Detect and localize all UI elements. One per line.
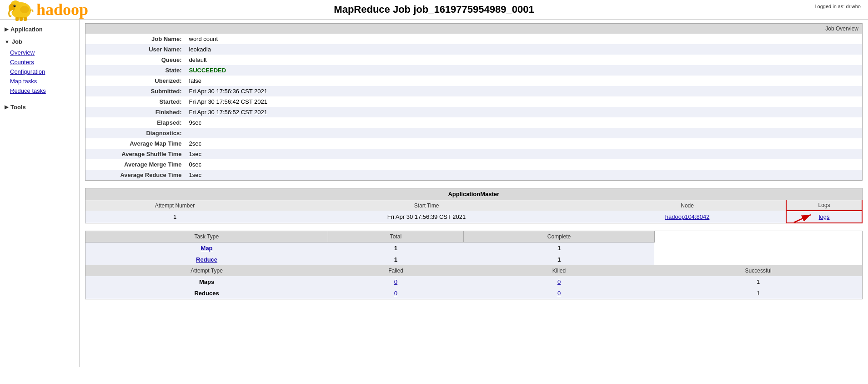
am-col-node: Node [589, 200, 786, 211]
label-finished: Finished: [85, 107, 186, 117]
sidebar-item-configuration[interactable]: Configuration [7, 67, 79, 76]
table-row: Started: Fri Apr 30 17:56:42 CST 2021 [85, 96, 863, 107]
label-avg-merge: Average Merge Time [85, 159, 186, 170]
value-avg-reduce: 1sec [186, 170, 863, 181]
label-job-name: Job Name: [85, 34, 186, 44]
attempt-maps-row: Maps 0 0 1 [85, 276, 863, 288]
task-summary-table: Task Type Total Complete Map 1 1 Reduce … [85, 231, 863, 299]
task-reduce-type: Reduce [85, 254, 328, 265]
value-elapsed: 9sec [186, 117, 863, 128]
table-row: Submitted: Fri Apr 30 17:56:36 CST 2021 [85, 86, 863, 96]
table-row: Finished: Fri Apr 30 17:56:52 CST 2021 [85, 107, 863, 117]
value-diagnostics [186, 128, 863, 138]
sidebar-application-header[interactable]: ▶ Application [0, 23, 79, 35]
attempt-reduces-row: Reduces 0 0 1 [85, 288, 863, 299]
attempt-maps-failed-link[interactable]: 0 [394, 278, 397, 285]
attempt-maps-successful: 1 [654, 276, 862, 288]
svg-rect-5 [15, 17, 19, 21]
label-diagnostics: Diagnostics: [85, 128, 186, 138]
svg-point-8 [20, 6, 29, 13]
task-total-col-header: Total [328, 231, 464, 243]
task-type-header-row: Task Type Total Complete [85, 231, 863, 243]
label-user-name: User Name: [85, 44, 186, 55]
sidebar-item-overview[interactable]: Overview [7, 48, 79, 57]
table-row: State: SUCCEEDED [85, 65, 863, 76]
am-node-link[interactable]: hadoop104:8042 [665, 213, 710, 220]
value-queue: default [186, 55, 863, 65]
am-column-headers: Attempt Number Start Time Node Logs [85, 200, 863, 211]
hadoop-logo-icon [7, 0, 35, 21]
job-overview-title: Job Overview [85, 24, 863, 34]
attempt-successful-col-header: Successful [654, 265, 862, 276]
table-row: Job Name: word count [85, 34, 863, 44]
task-reduce-link[interactable]: Reduce [196, 256, 217, 263]
task-reduce-complete: 1 [464, 254, 654, 265]
main-layout: ▶ Application ▼ Job Overview Counters Co… [0, 20, 868, 367]
am-header: ApplicationMaster [85, 188, 863, 200]
attempt-maps-type: Maps [85, 276, 328, 288]
am-logs-link[interactable]: logs [819, 213, 830, 220]
sidebar-job-links: Overview Counters Configuration Map task… [0, 48, 79, 96]
page-title: MapReduce Job job_1619775954989_0001 [334, 4, 534, 15]
am-title: ApplicationMaster [85, 188, 863, 200]
attempt-maps-killed-link[interactable]: 0 [557, 278, 561, 285]
sidebar-tools-header[interactable]: ▶ Tools [0, 101, 79, 113]
table-row: Average Reduce Time 1sec [85, 170, 863, 181]
hadoop-text-logo: hadoop [36, 0, 88, 19]
sidebar-job-header[interactable]: ▼ Job [0, 35, 79, 48]
value-avg-map: 2sec [186, 138, 863, 149]
label-started: Started: [85, 96, 186, 107]
job-overview-header: Job Overview [85, 24, 863, 34]
task-map-link[interactable]: Map [201, 245, 213, 252]
table-row: Average Merge Time 0sec [85, 159, 863, 170]
sidebar-item-reduce-tasks[interactable]: Reduce tasks [7, 86, 79, 96]
attempt-reduces-failed-link[interactable]: 0 [394, 290, 397, 297]
am-node: hadoop104:8042 [589, 211, 786, 223]
logo-area: hadoop [7, 0, 88, 21]
task-map-type: Map [85, 243, 328, 254]
am-logs-cell: logs [786, 211, 862, 223]
svg-point-3 [14, 5, 16, 7]
table-row: Diagnostics: [85, 128, 863, 138]
value-state: SUCCEEDED [186, 65, 863, 76]
label-avg-shuffle: Average Shuffle Time [85, 149, 186, 159]
sidebar-item-counters[interactable]: Counters [7, 57, 79, 67]
attempt-failed-col-header: Failed [328, 265, 464, 276]
value-started: Fri Apr 30 17:56:42 CST 2021 [186, 96, 863, 107]
red-arrow-icon [792, 211, 814, 225]
page-header: hadoop MapReduce Job job_1619775954989_0… [0, 0, 868, 20]
table-row: Average Shuffle Time 1sec [85, 149, 863, 159]
value-avg-merge: 0sec [186, 159, 863, 170]
table-row: Uberized: false [85, 76, 863, 86]
attempt-reduces-type: Reduces [85, 288, 328, 299]
task-type-col-header: Task Type [85, 231, 328, 243]
value-finished: Fri Apr 30 17:56:52 CST 2021 [186, 107, 863, 117]
logged-in-label: Logged in as: dr.who [814, 4, 861, 9]
label-state: State: [85, 65, 186, 76]
am-attempt-number: 1 [85, 211, 265, 223]
label-avg-map: Average Map Time [85, 138, 186, 149]
value-job-name: word count [186, 34, 863, 44]
attempt-reduces-successful: 1 [654, 288, 862, 299]
sidebar: ▶ Application ▼ Job Overview Counters Co… [0, 20, 80, 367]
label-avg-reduce: Average Reduce Time [85, 170, 186, 181]
svg-line-10 [794, 215, 811, 222]
attempt-header-row: Attempt Type Failed Killed Successful [85, 265, 863, 276]
svg-rect-6 [20, 17, 23, 21]
value-submitted: Fri Apr 30 17:56:36 CST 2021 [186, 86, 863, 96]
job-overview-table: Job Overview Job Name: word count User N… [85, 23, 863, 181]
value-user-name: leokadia [186, 44, 863, 55]
table-row: Average Map Time 2sec [85, 138, 863, 149]
value-uberized: false [186, 76, 863, 86]
table-row: Queue: default [85, 55, 863, 65]
sidebar-item-map-tasks[interactable]: Map tasks [7, 76, 79, 86]
attempt-reduces-killed-link[interactable]: 0 [557, 290, 561, 297]
attempt-reduces-killed: 0 [464, 288, 654, 299]
am-data-row-1: 1 Fri Apr 30 17:56:39 CST 2021 hadoop104… [85, 211, 863, 223]
job-arrow-icon: ▼ [5, 39, 10, 45]
label-uberized: Uberized: [85, 76, 186, 86]
main-content: Job Overview Job Name: word count User N… [80, 20, 868, 367]
am-col-logs: Logs [786, 200, 862, 211]
attempt-type-col-header: Attempt Type [85, 265, 328, 276]
tools-arrow-icon: ▶ [5, 104, 8, 110]
